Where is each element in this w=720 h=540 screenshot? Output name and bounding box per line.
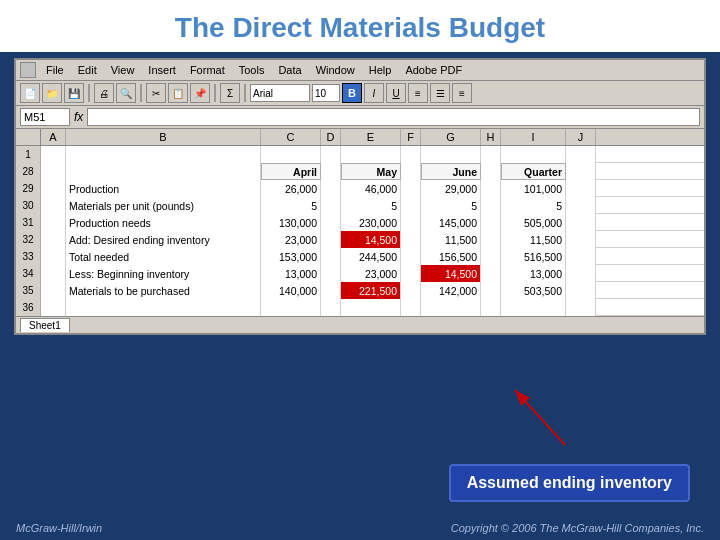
- cell-30d[interactable]: [321, 197, 341, 214]
- cell-1j[interactable]: [566, 146, 596, 163]
- cell-33c[interactable]: 153,000: [261, 248, 321, 265]
- cell-30g[interactable]: 5: [421, 197, 481, 214]
- cut-btn[interactable]: ✂: [146, 83, 166, 103]
- cell-28e-may[interactable]: May: [341, 163, 401, 180]
- cell-31f[interactable]: [401, 214, 421, 231]
- cell-1h[interactable]: [481, 146, 501, 163]
- cell-29g[interactable]: 29,000: [421, 180, 481, 197]
- cell-36e[interactable]: [341, 299, 401, 316]
- cell-33i[interactable]: 516,500: [501, 248, 566, 265]
- cell-33d[interactable]: [321, 248, 341, 265]
- menu-file[interactable]: File: [40, 63, 70, 77]
- menu-adobe[interactable]: Adobe PDF: [399, 63, 468, 77]
- cell-28d[interactable]: [321, 163, 341, 180]
- menu-data[interactable]: Data: [272, 63, 307, 77]
- cell-34j[interactable]: [566, 265, 596, 282]
- cell-32g[interactable]: 11,500: [421, 231, 481, 248]
- cell-28i-quarter[interactable]: Quarter: [501, 163, 566, 180]
- cell-34a[interactable]: [41, 265, 66, 282]
- cell-31a[interactable]: [41, 214, 66, 231]
- cell-33h[interactable]: [481, 248, 501, 265]
- sheet-tab[interactable]: Sheet1: [20, 318, 70, 332]
- menu-insert[interactable]: Insert: [142, 63, 182, 77]
- cell-31e[interactable]: 230,000: [341, 214, 401, 231]
- cell-28c-april[interactable]: April: [261, 163, 321, 180]
- cell-29c[interactable]: 26,000: [261, 180, 321, 197]
- cell-35g[interactable]: 142,000: [421, 282, 481, 299]
- cell-35j[interactable]: [566, 282, 596, 299]
- cell-35a[interactable]: [41, 282, 66, 299]
- cell-33f[interactable]: [401, 248, 421, 265]
- align-center-btn[interactable]: ☰: [430, 83, 450, 103]
- cell-31j[interactable]: [566, 214, 596, 231]
- menu-view[interactable]: View: [105, 63, 141, 77]
- cell-34b-label[interactable]: Less: Beginning inventory: [66, 265, 261, 282]
- cell-30f[interactable]: [401, 197, 421, 214]
- cell-31h[interactable]: [481, 214, 501, 231]
- cell-36f[interactable]: [401, 299, 421, 316]
- cell-29a[interactable]: [41, 180, 66, 197]
- cell-30h[interactable]: [481, 197, 501, 214]
- cell-34g-red[interactable]: 14,500: [421, 265, 481, 282]
- cell-30e[interactable]: 5: [341, 197, 401, 214]
- cell-29e[interactable]: 46,000: [341, 180, 401, 197]
- preview-btn[interactable]: 🔍: [116, 83, 136, 103]
- cell-32b-label[interactable]: Add: Desired ending inventory: [66, 231, 261, 248]
- cell-reference[interactable]: M51: [20, 108, 70, 126]
- save-btn[interactable]: 💾: [64, 83, 84, 103]
- cell-34e[interactable]: 23,000: [341, 265, 401, 282]
- cell-36g[interactable]: [421, 299, 481, 316]
- cell-36a[interactable]: [41, 299, 66, 316]
- cell-29b-label[interactable]: Production: [66, 180, 261, 197]
- cell-34h[interactable]: [481, 265, 501, 282]
- cell-32j[interactable]: [566, 231, 596, 248]
- paste-btn[interactable]: 📌: [190, 83, 210, 103]
- cell-28h[interactable]: [481, 163, 501, 180]
- font-selector[interactable]: Arial: [250, 84, 310, 102]
- cell-30b-label[interactable]: Materials per unit (pounds): [66, 197, 261, 214]
- cell-31d[interactable]: [321, 214, 341, 231]
- cell-1c[interactable]: [261, 146, 321, 163]
- cell-28g-june[interactable]: June: [421, 163, 481, 180]
- cell-32d[interactable]: [321, 231, 341, 248]
- sum-btn[interactable]: Σ: [220, 83, 240, 103]
- cell-1f[interactable]: [401, 146, 421, 163]
- cell-34d[interactable]: [321, 265, 341, 282]
- cell-36b[interactable]: [66, 299, 261, 316]
- cell-36d[interactable]: [321, 299, 341, 316]
- cell-30c[interactable]: 5: [261, 197, 321, 214]
- align-right-btn[interactable]: ≡: [452, 83, 472, 103]
- cell-33j[interactable]: [566, 248, 596, 265]
- cell-31c[interactable]: 130,000: [261, 214, 321, 231]
- cell-30j[interactable]: [566, 197, 596, 214]
- cell-35i[interactable]: 503,500: [501, 282, 566, 299]
- cell-30i[interactable]: 5: [501, 197, 566, 214]
- cell-32e-red[interactable]: 14,500: [341, 231, 401, 248]
- cell-35f[interactable]: [401, 282, 421, 299]
- align-left-btn[interactable]: ≡: [408, 83, 428, 103]
- cell-34i[interactable]: 13,000: [501, 265, 566, 282]
- cell-32f[interactable]: [401, 231, 421, 248]
- cell-35b-label[interactable]: Materials to be purchased: [66, 282, 261, 299]
- menu-format[interactable]: Format: [184, 63, 231, 77]
- cell-1g[interactable]: [421, 146, 481, 163]
- italic-btn[interactable]: I: [364, 83, 384, 103]
- font-size-selector[interactable]: 10: [312, 84, 340, 102]
- cell-28a[interactable]: [41, 163, 66, 180]
- cell-29h[interactable]: [481, 180, 501, 197]
- cell-29d[interactable]: [321, 180, 341, 197]
- cell-31i[interactable]: 505,000: [501, 214, 566, 231]
- cell-34c[interactable]: 13,000: [261, 265, 321, 282]
- cell-31b-label[interactable]: Production needs: [66, 214, 261, 231]
- cell-28b[interactable]: [66, 163, 261, 180]
- cell-36i[interactable]: [501, 299, 566, 316]
- cell-28j[interactable]: [566, 163, 596, 180]
- cell-35e-red[interactable]: 221,500: [341, 282, 401, 299]
- cell-1d[interactable]: [321, 146, 341, 163]
- cell-36h[interactable]: [481, 299, 501, 316]
- formula-input[interactable]: [87, 108, 700, 126]
- new-btn[interactable]: 📄: [20, 83, 40, 103]
- cell-32a[interactable]: [41, 231, 66, 248]
- menu-help[interactable]: Help: [363, 63, 398, 77]
- cell-33a[interactable]: [41, 248, 66, 265]
